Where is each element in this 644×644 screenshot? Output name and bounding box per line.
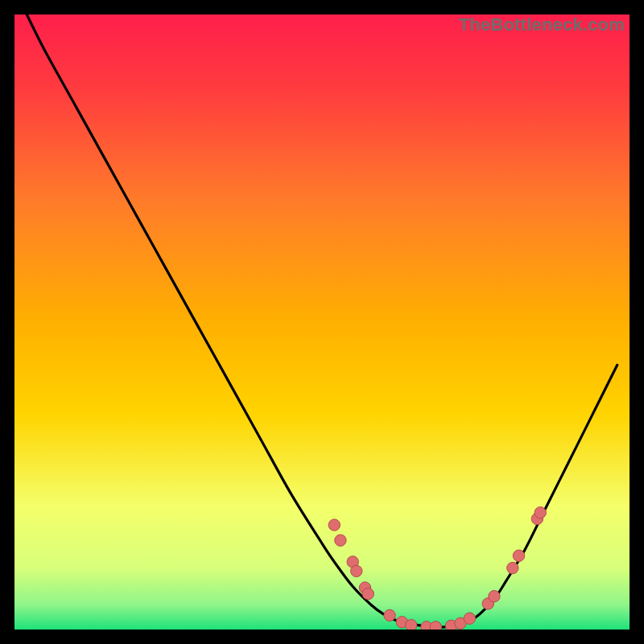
data-point: [328, 519, 340, 530]
gradient-background: [14, 14, 630, 630]
data-point: [406, 619, 417, 630]
data-point: [362, 588, 374, 599]
data-point: [430, 621, 441, 630]
data-point: [351, 565, 362, 576]
data-point: [335, 535, 346, 546]
watermark-text: TheBottleneck.com: [459, 14, 625, 35]
data-point: [384, 609, 395, 621]
data-point: [464, 613, 475, 624]
data-point: [513, 550, 524, 561]
data-point: [535, 507, 546, 518]
bottleneck-chart: [14, 14, 630, 630]
data-point: [507, 562, 518, 573]
chart-frame: TheBottleneck.com: [14, 14, 630, 630]
data-point: [489, 591, 500, 602]
